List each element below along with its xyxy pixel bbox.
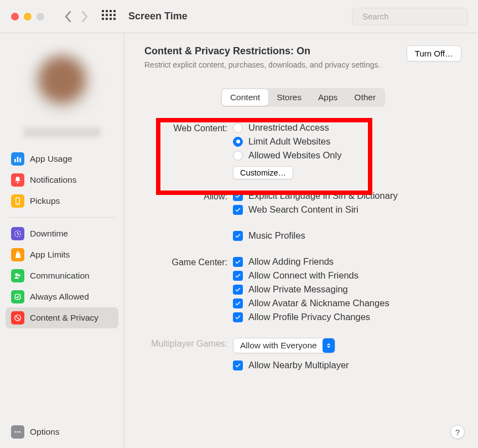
check-connect-friends[interactable]: Allow Connect with Friends: [233, 270, 461, 281]
sidebar-item-communication[interactable]: Communication: [6, 265, 118, 286]
sidebar-item-label: Notifications: [30, 175, 76, 185]
nav-forward-button[interactable]: [79, 11, 91, 22]
page-title-prefix: Content & Privacy Restrictions:: [144, 45, 297, 56]
sidebar-item-pickups[interactable]: Pickups: [6, 190, 118, 212]
game-center-label: Game Center:: [144, 256, 233, 326]
radio-icon: [233, 151, 243, 161]
svg-rect-11: [15, 294, 20, 299]
checkbox-icon: [233, 191, 243, 201]
svg-rect-3: [17, 157, 19, 162]
page-title-state: On: [297, 45, 310, 56]
app-limits-icon: [11, 248, 24, 261]
checkbox-icon: [233, 298, 243, 308]
svg-point-5: [17, 182, 19, 183]
option-label: Allow Private Messaging: [248, 284, 348, 295]
checkbox-icon: [233, 271, 243, 281]
check-profile-privacy[interactable]: Allow Profile Privacy Changes: [233, 312, 461, 322]
multiplayer-select[interactable]: Allow with Everyone: [233, 338, 335, 353]
sidebar-item-content-privacy[interactable]: Content & Privacy: [6, 307, 118, 328]
window-title: Screen Time: [128, 11, 188, 22]
checkbox-icon: [233, 231, 243, 241]
checkbox-icon: [233, 257, 243, 267]
communication-icon: [11, 269, 24, 282]
options-icon: [11, 425, 24, 439]
sidebar-item-downtime[interactable]: Downtime: [6, 223, 118, 244]
sidebar-item-notifications[interactable]: Notifications: [6, 169, 118, 190]
option-label: Web Search Content in Siri: [248, 204, 358, 215]
sidebar-item-app-usage[interactable]: App Usage: [6, 148, 118, 169]
check-avatar-nickname[interactable]: Allow Avatar & Nickname Changes: [233, 298, 461, 308]
page-subtitle: Restrict explicit content, purchases, do…: [144, 60, 407, 69]
nav-back-button[interactable]: [62, 11, 74, 22]
search-field[interactable]: [352, 8, 468, 25]
radio-allowed-only[interactable]: Allowed Websites Only: [233, 150, 461, 161]
svg-rect-2: [14, 159, 16, 162]
radio-limit-adult[interactable]: Limit Adult Websites: [233, 136, 461, 147]
tab-other[interactable]: Other: [346, 89, 384, 106]
search-input[interactable]: [362, 12, 467, 21]
option-label: Allow Profile Privacy Changes: [248, 312, 370, 322]
titlebar: Screen Time: [0, 0, 478, 33]
content-privacy-icon: [11, 311, 24, 325]
traffic-lights: [11, 13, 44, 20]
svg-point-9: [15, 273, 18, 276]
radio-icon: [233, 137, 243, 147]
sidebar-item-label: Downtime: [30, 229, 68, 239]
checkbox-icon: [233, 361, 243, 370]
sidebar-item-label: Content & Privacy: [30, 313, 98, 323]
page-title: Content & Privacy Restrictions: On: [144, 45, 407, 57]
svg-point-15: [17, 431, 19, 433]
tab-content[interactable]: Content: [222, 89, 268, 106]
option-label: Allow Adding Friends: [248, 256, 334, 267]
sidebar-item-label: App Limits: [30, 250, 70, 260]
check-web-search-siri[interactable]: Web Search Content in Siri: [233, 204, 461, 215]
app-usage-icon: [11, 152, 24, 166]
radio-unrestricted[interactable]: Unrestricted Access: [233, 122, 461, 133]
customize-button[interactable]: Customize…: [233, 166, 293, 179]
close-window-button[interactable]: [11, 13, 19, 20]
sidebar-item-label: Pickups: [30, 196, 60, 206]
sidebar-item-label: App Usage: [30, 154, 72, 164]
check-adding-friends[interactable]: Allow Adding Friends: [233, 256, 461, 267]
checkbox-icon: [233, 205, 243, 215]
svg-line-13: [15, 316, 20, 320]
check-explicit-language[interactable]: Explicit Language in Siri & Dictionary: [233, 190, 461, 201]
check-private-messaging[interactable]: Allow Private Messaging: [233, 284, 461, 295]
sidebar-item-label: Options: [30, 427, 59, 437]
downtime-icon: [11, 227, 24, 240]
web-content-label: Web Content:: [144, 122, 233, 182]
option-label: Unrestricted Access: [248, 122, 329, 133]
option-label: Allow Connect with Friends: [248, 270, 358, 281]
username-label: [23, 127, 101, 137]
turn-off-button[interactable]: Turn Off…: [407, 45, 461, 61]
pickups-icon: [11, 194, 24, 208]
sidebar-item-options[interactable]: Options: [6, 421, 118, 442]
tab-apps[interactable]: Apps: [310, 89, 346, 106]
svg-point-10: [18, 274, 20, 276]
minimize-window-button[interactable]: [24, 13, 32, 20]
always-allowed-icon: [11, 290, 24, 303]
option-label: Allow Nearby Multiplayer: [248, 360, 349, 370]
sidebar: App Usage Notifications Pickups Downtime…: [0, 33, 124, 448]
svg-point-16: [19, 431, 21, 433]
svg-point-14: [15, 431, 17, 433]
sidebar-item-label: Communication: [30, 271, 90, 281]
help-button[interactable]: ?: [450, 425, 465, 439]
multiplayer-label: Multiplayer Games:: [144, 338, 233, 374]
show-all-prefs-button[interactable]: [102, 10, 115, 23]
checkbox-icon: [233, 312, 243, 322]
check-music-profiles[interactable]: Music Profiles: [233, 230, 461, 241]
tab-stores[interactable]: Stores: [268, 89, 310, 106]
content-pane: Content & Privacy Restrictions: On Restr…: [124, 33, 478, 448]
checkbox-icon: [233, 285, 243, 295]
sidebar-item-label: Always Allowed: [30, 292, 89, 302]
chevron-updown-icon: [323, 338, 335, 353]
option-label: Allow Avatar & Nickname Changes: [248, 298, 389, 308]
notifications-icon: [11, 173, 24, 187]
check-nearby-multiplayer[interactable]: Allow Nearby Multiplayer: [233, 360, 461, 370]
select-value: Allow with Everyone: [240, 341, 317, 351]
radio-icon: [233, 123, 243, 133]
sidebar-item-app-limits[interactable]: App Limits: [6, 244, 118, 265]
sidebar-item-always-allowed[interactable]: Always Allowed: [6, 286, 118, 307]
option-label: Limit Adult Websites: [248, 136, 330, 147]
